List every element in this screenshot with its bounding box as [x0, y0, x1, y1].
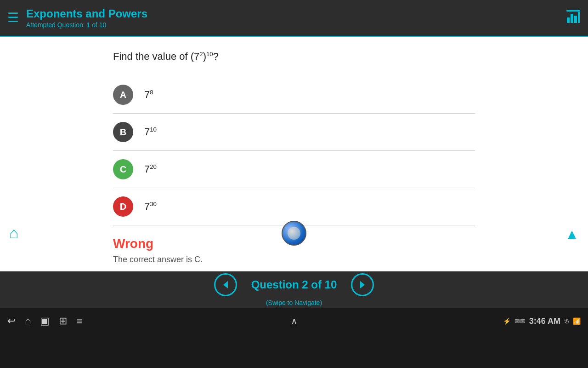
recents-nav-icon[interactable]: ▣ [40, 315, 50, 327]
svg-marker-6 [360, 281, 365, 288]
bottom-navigation: Question 2 of 10 (Swipe to Navigate) [0, 271, 588, 308]
grid-nav-icon[interactable]: ⊞ [59, 315, 67, 327]
header: ☰ Exponents and Powers Attempted Questio… [0, 0, 588, 37]
question-counter: Question 2 of 10 [248, 278, 340, 291]
svg-rect-2 [574, 16, 577, 23]
up-arrow-icon[interactable]: ▲ [565, 226, 579, 242]
svg-marker-5 [223, 281, 228, 288]
app-title: Exponents and Powers [26, 7, 566, 20]
prev-button[interactable] [214, 273, 237, 296]
svg-rect-0 [567, 17, 570, 23]
result-correct-text: The correct answer is C. [113, 255, 475, 264]
sys-nav-left: ↩ ⌂ ▣ ⊞ ≡ [7, 315, 82, 327]
option-c-text: 720 [144, 163, 157, 175]
option-b-circle: B [113, 122, 133, 142]
back-nav-icon[interactable]: ↩ [7, 315, 16, 327]
logo-inner [288, 227, 300, 240]
home-icon[interactable]: ⌂ [9, 224, 19, 242]
bluetooth-icon: 𝔅 [564, 317, 569, 325]
svg-rect-1 [571, 14, 573, 23]
option-a[interactable]: A 78 [113, 76, 475, 114]
svg-rect-3 [578, 12, 580, 23]
sys-right-status: ⚡ ✉✉ 3:46 AM 𝔅 📶 [503, 316, 581, 326]
question-text: Find the value of (72)10? [113, 51, 475, 63]
option-c-circle: C [113, 159, 133, 179]
logo-area [282, 221, 306, 246]
swipe-hint: (Swipe to Navigate) [266, 299, 322, 306]
option-a-text: 78 [144, 89, 153, 101]
home-nav-icon[interactable]: ⌂ [25, 315, 31, 327]
svg-rect-4 [566, 10, 580, 12]
title-area: Exponents and Powers Attempted Question:… [26, 7, 566, 29]
home-button-area[interactable]: ⌂ [9, 224, 19, 242]
scroll-up-area[interactable]: ▲ [565, 226, 579, 242]
nav-controls: Question 2 of 10 [214, 273, 374, 296]
app-logo [282, 221, 306, 246]
next-button[interactable] [351, 273, 374, 296]
option-d[interactable]: D 730 [113, 188, 475, 225]
system-bar: ↩ ⌂ ▣ ⊞ ≡ ∧ ⚡ ✉✉ 3:46 AM 𝔅 📶 [0, 308, 588, 334]
option-d-circle: D [113, 196, 133, 217]
menu-icon[interactable]: ☰ [7, 12, 19, 24]
usb-icon: ⚡ [503, 317, 511, 325]
option-b-text: 710 [144, 126, 157, 138]
option-a-circle: A [113, 85, 133, 105]
option-d-text: 730 [144, 201, 157, 213]
up-center-icon[interactable]: ∧ [291, 316, 298, 326]
wifi-icon: 📶 [573, 317, 581, 325]
chart-icon[interactable] [566, 9, 581, 27]
attempted-subtitle: Attempted Question: 1 of 10 [26, 21, 566, 29]
option-b[interactable]: B 710 [113, 114, 475, 151]
sys-center: ∧ [291, 316, 298, 327]
option-c[interactable]: C 720 [113, 151, 475, 188]
clock: 3:46 AM [529, 316, 560, 326]
mail-icons: ✉✉ [514, 317, 526, 325]
menu-nav-icon[interactable]: ≡ [76, 315, 82, 327]
